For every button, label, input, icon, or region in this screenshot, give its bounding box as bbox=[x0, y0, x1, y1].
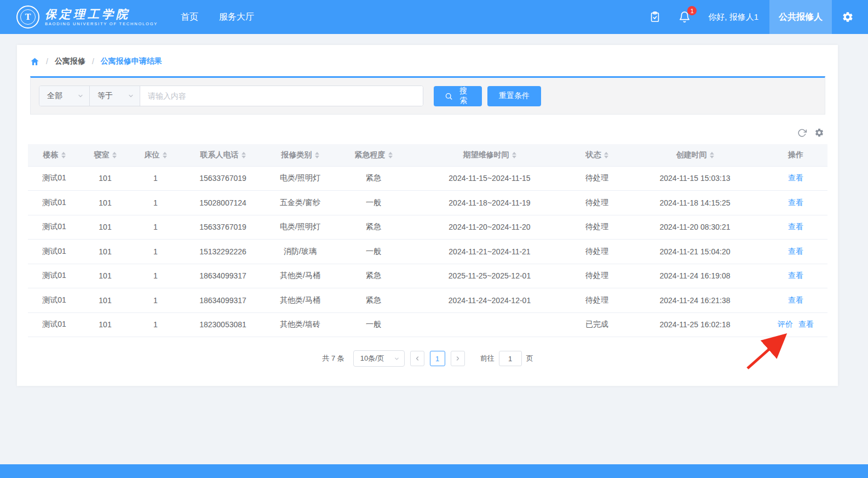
cell-expected-time: 2024-11-18~2024-11-19 bbox=[411, 191, 568, 215]
reset-button-label: 重置条件 bbox=[499, 91, 530, 101]
nav-item-service-hall[interactable]: 服务大厅 bbox=[219, 12, 254, 23]
settings-gear-icon[interactable] bbox=[842, 11, 854, 23]
cell-status: 待处理 bbox=[568, 215, 626, 240]
nav-item-home[interactable]: 首页 bbox=[181, 12, 198, 23]
cell-building: 测试01 bbox=[28, 240, 81, 264]
page-number-button[interactable]: 1 bbox=[430, 351, 445, 366]
cell-bed: 1 bbox=[130, 191, 181, 215]
column-header-bed[interactable]: 床位 bbox=[130, 144, 181, 166]
cell-created-at: 2024-11-25 16:02:18 bbox=[626, 312, 764, 337]
view-link[interactable]: 查看 bbox=[788, 198, 803, 207]
column-header-building[interactable]: 楼栋 bbox=[28, 144, 81, 166]
repair-requests-table: 楼栋 寝室 床位 联系人电话 报修类别 紧急程度 期望维修时间 状态 创建时间 … bbox=[28, 144, 827, 337]
view-link[interactable]: 查看 bbox=[798, 320, 814, 328]
chevron-down-icon bbox=[128, 93, 134, 99]
view-link[interactable]: 查看 bbox=[788, 295, 803, 304]
cell-room: 101 bbox=[81, 312, 130, 337]
table-row: 测试01 101 1 15633767019 电类/照明灯 紧急 2024-11… bbox=[28, 215, 827, 240]
prev-page-button[interactable] bbox=[410, 351, 424, 366]
column-header-urgency[interactable]: 紧急程度 bbox=[336, 144, 411, 166]
sort-caret-icon[interactable] bbox=[710, 152, 714, 158]
cell-category: 其他类/马桶 bbox=[265, 264, 336, 288]
seal-letter: T bbox=[20, 9, 36, 25]
user-greeting: 你好, 报修人1 bbox=[708, 12, 758, 22]
column-header-category[interactable]: 报修类别 bbox=[265, 144, 336, 166]
sort-caret-icon[interactable] bbox=[604, 152, 608, 158]
column-header-created-at[interactable]: 创建时间 bbox=[626, 144, 764, 166]
cell-room: 101 bbox=[81, 240, 130, 264]
cell-room: 101 bbox=[81, 215, 130, 240]
sort-caret-icon[interactable] bbox=[163, 152, 167, 158]
operator-select-value: 等于 bbox=[97, 91, 113, 101]
column-header-phone[interactable]: 联系人电话 bbox=[181, 144, 265, 166]
search-filter-bar: 全部 等于 搜索 重置条件 bbox=[30, 76, 825, 115]
table-row: 测试01 101 1 18634099317 其他类/马桶 紧急 2025-11… bbox=[28, 264, 827, 288]
cell-urgency: 紧急 bbox=[336, 264, 411, 288]
cell-urgency: 紧急 bbox=[336, 166, 411, 191]
search-icon bbox=[445, 92, 453, 100]
next-page-button[interactable] bbox=[451, 351, 465, 366]
refresh-icon[interactable] bbox=[797, 128, 807, 138]
breadcrumb-home-icon[interactable] bbox=[30, 57, 39, 66]
cell-expected-time: 2024-11-15~2024-11-15 bbox=[411, 166, 568, 191]
reset-conditions-button[interactable]: 重置条件 bbox=[487, 86, 541, 106]
evaluate-link[interactable]: 评价 bbox=[778, 320, 793, 328]
sort-caret-icon[interactable] bbox=[512, 152, 516, 158]
cell-created-at: 2024-11-24 16:21:38 bbox=[626, 288, 764, 313]
breadcrumb-separator: / bbox=[92, 57, 94, 66]
cell-building: 测试01 bbox=[28, 191, 81, 215]
cell-created-at: 2024-11-21 15:04:20 bbox=[626, 240, 764, 264]
sort-caret-icon[interactable] bbox=[61, 152, 66, 158]
search-input-group: 全部 等于 bbox=[39, 86, 423, 106]
notifications-bell-icon[interactable]: 1 bbox=[679, 11, 691, 23]
field-select[interactable]: 全部 bbox=[39, 86, 90, 106]
cell-building: 测试01 bbox=[28, 288, 81, 313]
cell-status: 待处理 bbox=[568, 166, 626, 191]
cell-created-at: 2024-11-24 16:19:08 bbox=[626, 264, 764, 288]
column-header-status[interactable]: 状态 bbox=[568, 144, 626, 166]
cell-urgency: 紧急 bbox=[336, 288, 411, 313]
cell-bed: 1 bbox=[130, 312, 181, 337]
university-logo[interactable]: T 保定理工学院 BAODING UNIVERSITY OF TECHNOLOG… bbox=[16, 5, 158, 29]
view-link[interactable]: 查看 bbox=[788, 222, 803, 231]
view-link[interactable]: 查看 bbox=[788, 247, 803, 255]
sort-caret-icon[interactable] bbox=[315, 152, 319, 158]
cell-urgency: 一般 bbox=[336, 312, 411, 337]
tasks-clipboard-icon[interactable] bbox=[649, 11, 661, 23]
notification-count-badge: 1 bbox=[687, 6, 697, 15]
sort-caret-icon[interactable] bbox=[242, 152, 246, 158]
cell-phone: 15633767019 bbox=[181, 166, 265, 191]
university-name: 保定理工学院 bbox=[45, 8, 158, 20]
page-unit-label: 页 bbox=[526, 354, 533, 363]
breadcrumb-item-apartment-repair[interactable]: 公寓报修 bbox=[55, 56, 85, 66]
cell-bed: 1 bbox=[130, 166, 181, 191]
table-header-row: 楼栋 寝室 床位 联系人电话 报修类别 紧急程度 期望维修时间 状态 创建时间 … bbox=[28, 144, 827, 166]
cell-status: 已完成 bbox=[568, 312, 626, 337]
operator-select[interactable]: 等于 bbox=[90, 86, 140, 106]
cell-building: 测试01 bbox=[28, 166, 81, 191]
column-header-room[interactable]: 寝室 bbox=[81, 144, 130, 166]
table-toolbar bbox=[28, 115, 827, 144]
cell-bed: 1 bbox=[130, 215, 181, 240]
view-link[interactable]: 查看 bbox=[788, 173, 803, 182]
cell-category: 电类/照明灯 bbox=[265, 215, 336, 240]
view-link[interactable]: 查看 bbox=[788, 271, 803, 280]
cell-created-at: 2024-11-18 14:15:25 bbox=[626, 191, 764, 215]
cell-phone: 15132292226 bbox=[181, 240, 265, 264]
header-right: 1 你好, 报修人1 公共报修人 bbox=[649, 0, 868, 34]
search-input[interactable] bbox=[140, 86, 423, 106]
goto-page-input[interactable] bbox=[499, 351, 522, 366]
sort-caret-icon[interactable] bbox=[388, 152, 393, 158]
column-settings-gear-icon[interactable] bbox=[814, 128, 824, 138]
role-tab-public-repairer[interactable]: 公共报修人 bbox=[769, 0, 832, 34]
page-size-value: 10条/页 bbox=[360, 354, 384, 363]
page-size-select[interactable]: 10条/页 bbox=[353, 350, 405, 367]
cell-bed: 1 bbox=[130, 264, 181, 288]
table-row: 测试01 101 1 15028007124 五金类/窗纱 一般 2024-11… bbox=[28, 191, 827, 215]
cell-category: 其他类/马桶 bbox=[265, 288, 336, 313]
sort-caret-icon[interactable] bbox=[112, 152, 117, 158]
column-header-expected-time[interactable]: 期望维修时间 bbox=[411, 144, 568, 166]
search-button[interactable]: 搜索 bbox=[434, 86, 482, 106]
table-row: 测试01 101 1 15633767019 电类/照明灯 紧急 2024-11… bbox=[28, 166, 827, 191]
breadcrumb-item-current: 公寓报修申请结果 bbox=[101, 56, 162, 66]
